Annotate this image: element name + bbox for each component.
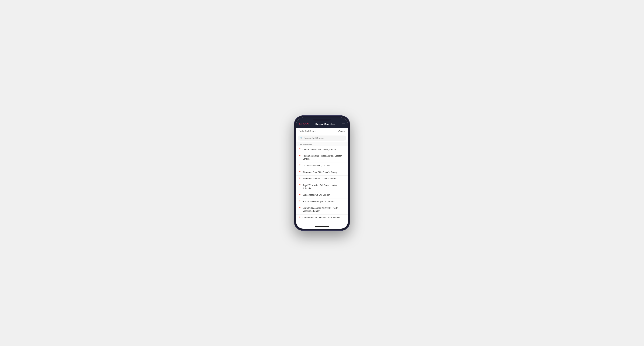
pin-icon: 📍 <box>298 216 301 219</box>
course-name: London Scottish GC, London <box>302 164 330 167</box>
course-name: Roehampton Club - Roehampton, Greater Lo… <box>302 155 346 161</box>
pin-icon: 📍 <box>298 207 301 209</box>
phone-notch <box>313 119 331 121</box>
pin-icon: 📍 <box>298 171 301 173</box>
home-indicator <box>315 226 329 227</box>
phone-screen: clippd Recent Searches Find a Golf Cours… <box>296 118 348 229</box>
find-label: Find a Golf Course <box>298 130 316 132</box>
list-item[interactable]: 📍 Richmond Park GC - Prince's, Surrey <box>296 169 348 176</box>
course-list: 📍 Central London Golf Centre, London 📍 R… <box>296 146 348 224</box>
pin-icon: 📍 <box>298 184 301 186</box>
course-name: Dukes Meadows GC, London <box>302 193 330 196</box>
course-name: Central London Golf Centre, London <box>302 148 336 151</box>
nav-title: Recent Searches <box>316 123 335 126</box>
list-item[interactable]: 📍 North Middlesex GC (1011942 - North Mi… <box>296 205 348 214</box>
nearby-section-label: Nearby courses <box>296 142 348 146</box>
list-item[interactable]: 📍 Dukes Meadows GC, London <box>296 192 348 198</box>
list-item[interactable]: 📍 Central London Golf Centre, London <box>296 146 348 153</box>
search-bar: 🔍 <box>298 136 346 141</box>
pin-icon: 📍 <box>298 194 301 196</box>
search-container: 🔍 <box>296 134 348 142</box>
course-name: Coombe Hill GC, Kingston upon Thames <box>302 216 340 219</box>
course-name: Richmond Park GC - Duke's, London <box>302 177 337 180</box>
pin-icon: 📍 <box>298 177 301 180</box>
app-logo: clippd <box>299 122 309 126</box>
search-icon: 🔍 <box>300 137 302 139</box>
list-item[interactable]: 📍 Roehampton Club - Roehampton, Greater … <box>296 153 348 163</box>
pin-icon: 📍 <box>298 164 301 167</box>
pin-icon: 📍 <box>298 148 301 151</box>
course-name: Brent Valley Municipal GC, London <box>302 200 335 203</box>
menu-icon[interactable] <box>342 123 345 125</box>
home-bar <box>296 224 348 229</box>
content-area: Find a Golf Course Cancel 🔍 Nearby cours… <box>296 128 348 224</box>
list-item[interactable]: 📍 Richmond Park GC - Duke's, London <box>296 175 348 182</box>
pin-icon: 📍 <box>298 200 301 203</box>
cancel-button[interactable]: Cancel <box>338 130 346 133</box>
find-header: Find a Golf Course Cancel <box>296 128 348 134</box>
course-name: Royal Wimbledon GC, Great London Authori… <box>302 184 346 190</box>
search-input[interactable] <box>304 137 344 139</box>
course-name: North Middlesex GC (1011942 - North Midd… <box>302 207 346 213</box>
list-item[interactable]: 📍 London Scottish GC, London <box>296 163 348 169</box>
list-item[interactable]: 📍 Brent Valley Municipal GC, London <box>296 198 348 205</box>
course-name: Richmond Park GC - Prince's, Surrey <box>302 171 337 174</box>
list-item[interactable]: 📍 Royal Wimbledon GC, Great London Autho… <box>296 182 348 192</box>
phone-frame: clippd Recent Searches Find a Golf Cours… <box>294 115 350 231</box>
pin-icon: 📍 <box>298 155 301 157</box>
list-item[interactable]: 📍 Coombe Hill GC, Kingston upon Thames <box>296 214 348 221</box>
